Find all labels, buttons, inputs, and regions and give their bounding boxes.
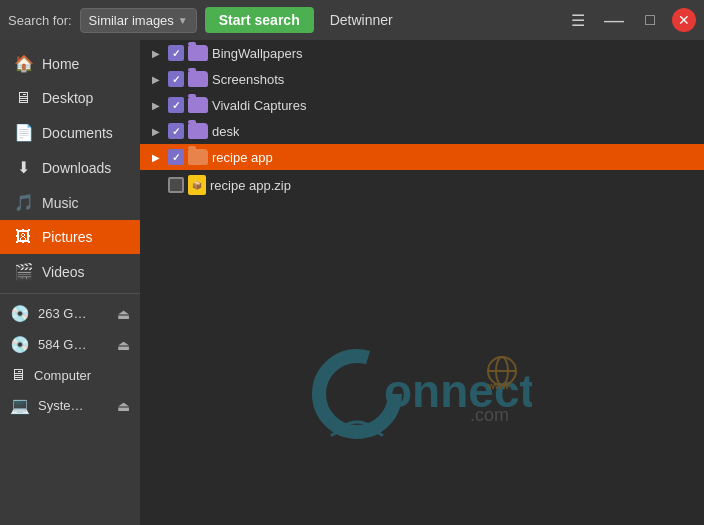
connect-logo: onnect www .com <box>312 349 532 439</box>
expand-arrow-vivaldi: ▶ <box>148 100 164 111</box>
tree-item-desk[interactable]: ▶ desk <box>140 118 704 144</box>
checkbox-vivaldi[interactable] <box>168 97 184 113</box>
device-label-2: 584 G… <box>38 337 109 352</box>
main-area: 🏠 Home 🖥 Desktop 📄 Documents ⬇ Downloads… <box>0 40 704 525</box>
sidebar-item-desktop[interactable]: 🖥 Desktop <box>0 81 140 115</box>
pictures-icon: 🖼 <box>14 228 32 246</box>
eject-icon-1[interactable]: ⏏ <box>117 306 130 322</box>
eject-icon-2[interactable]: ⏏ <box>117 337 130 353</box>
eject-icon-system[interactable]: ⏏ <box>117 398 130 414</box>
search-label: Search for: <box>8 13 72 28</box>
svg-text:www: www <box>487 381 510 391</box>
tree-item-bing[interactable]: ▶ BingWallpapers <box>140 40 704 66</box>
item-name-recipeapp: recipe app <box>212 150 273 165</box>
desktop-icon: 🖥 <box>14 89 32 107</box>
menu-button[interactable]: ☰ <box>564 6 592 34</box>
sidebar-item-downloads[interactable]: ⬇ Downloads <box>0 150 140 185</box>
sidebar-item-desktop-label: Desktop <box>42 90 93 106</box>
sidebar-item-videos-label: Videos <box>42 264 85 280</box>
sidebar-item-home-label: Home <box>42 56 79 72</box>
sidebar-item-home[interactable]: 🏠 Home <box>0 46 140 81</box>
sidebar-item-documents[interactable]: 📄 Documents <box>0 115 140 150</box>
tree-item-recipezip[interactable]: 📦 recipe app.zip <box>140 170 704 200</box>
sidebar-item-documents-label: Documents <box>42 125 113 141</box>
drive-icon-2: 💿 <box>10 335 30 354</box>
search-type-dropdown[interactable]: Similar images ▼ <box>80 8 197 33</box>
tree-item-recipeapp[interactable]: ▶ recipe app <box>140 144 704 170</box>
checkbox-screenshots[interactable] <box>168 71 184 87</box>
dropdown-label: Similar images <box>89 13 174 28</box>
checkbox-bing[interactable] <box>168 45 184 61</box>
folder-icon-bing <box>188 45 208 61</box>
folder-icon-screenshots <box>188 71 208 87</box>
devices-section: 💿 263 G… ⏏ 💿 584 G… ⏏ 🖥 Computer 💻 Syste… <box>0 293 140 421</box>
item-name-desk: desk <box>212 124 239 139</box>
device-item-computer[interactable]: 🖥 Computer <box>0 360 140 390</box>
logo-area: onnect www .com <box>140 263 704 526</box>
app-title: Detwinner <box>322 12 556 28</box>
file-tree: ▶ BingWallpapers ▶ Screenshots ▶ Vivaldi… <box>140 40 704 263</box>
tree-item-vivaldi[interactable]: ▶ Vivaldi Captures <box>140 92 704 118</box>
device-item-1[interactable]: 💿 263 G… ⏏ <box>0 298 140 329</box>
expand-arrow-bing: ▶ <box>148 48 164 59</box>
sidebar-item-pictures-label: Pictures <box>42 229 93 245</box>
sidebar-item-videos[interactable]: 🎬 Videos <box>0 254 140 289</box>
sidebar-item-pictures[interactable]: 🖼 Pictures <box>0 220 140 254</box>
device-item-2[interactable]: 💿 584 G… ⏏ <box>0 329 140 360</box>
tree-item-screenshots[interactable]: ▶ Screenshots <box>140 66 704 92</box>
file-panel: ▶ BingWallpapers ▶ Screenshots ▶ Vivaldi… <box>140 40 704 525</box>
music-icon: 🎵 <box>14 193 32 212</box>
downloads-icon: ⬇ <box>14 158 32 177</box>
item-name-bing: BingWallpapers <box>212 46 303 61</box>
expand-arrow-recipeapp: ▶ <box>148 152 164 163</box>
start-search-button[interactable]: Start search <box>205 7 314 33</box>
sidebar-item-music[interactable]: 🎵 Music <box>0 185 140 220</box>
device-item-system[interactable]: 💻 Syste… ⏏ <box>0 390 140 421</box>
system-icon: 💻 <box>10 396 30 415</box>
folder-icon-vivaldi <box>188 97 208 113</box>
device-label-computer: Computer <box>34 368 130 383</box>
computer-icon: 🖥 <box>10 366 26 384</box>
sidebar-item-downloads-label: Downloads <box>42 160 111 176</box>
checkbox-desk[interactable] <box>168 123 184 139</box>
sidebar: 🏠 Home 🖥 Desktop 📄 Documents ⬇ Downloads… <box>0 40 140 525</box>
titlebar: Search for: Similar images ▼ Start searc… <box>0 0 704 40</box>
maximize-button[interactable]: □ <box>636 6 664 34</box>
folder-icon-recipeapp <box>188 149 208 165</box>
svg-text:.com: .com <box>470 405 509 425</box>
item-name-vivaldi: Vivaldi Captures <box>212 98 306 113</box>
minimize-button[interactable]: — <box>600 6 628 34</box>
checkbox-recipeapp[interactable] <box>168 149 184 165</box>
home-icon: 🏠 <box>14 54 32 73</box>
checkbox-recipezip[interactable] <box>168 177 184 193</box>
device-label-system: Syste… <box>38 398 109 413</box>
zip-icon-recipezip: 📦 <box>188 175 206 195</box>
drive-icon-1: 💿 <box>10 304 30 323</box>
item-name-recipezip: recipe app.zip <box>210 178 291 193</box>
device-label-1: 263 G… <box>38 306 109 321</box>
videos-icon: 🎬 <box>14 262 32 281</box>
expand-arrow-screenshots: ▶ <box>148 74 164 85</box>
chevron-down-icon: ▼ <box>178 15 188 26</box>
folder-icon-desk <box>188 123 208 139</box>
sidebar-item-music-label: Music <box>42 195 79 211</box>
close-button[interactable]: ✕ <box>672 8 696 32</box>
expand-arrow-desk: ▶ <box>148 126 164 137</box>
item-name-screenshots: Screenshots <box>212 72 284 87</box>
svg-text:onnect: onnect <box>384 365 532 417</box>
documents-icon: 📄 <box>14 123 32 142</box>
